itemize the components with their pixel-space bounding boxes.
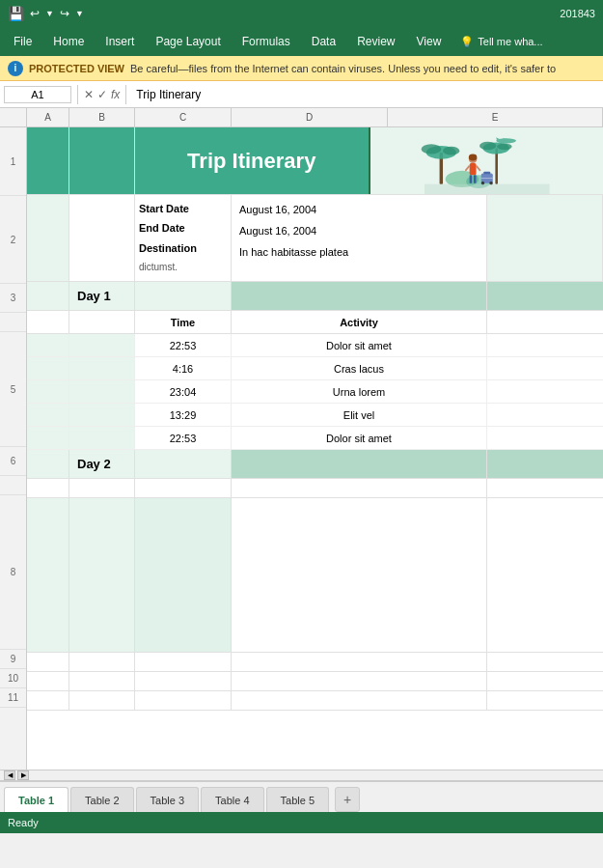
cancel-icon[interactable]: ✕ [84, 88, 94, 101]
row-num-5: 5 [0, 332, 26, 447]
day2-label: Day 2 [69, 450, 135, 478]
r10-d [232, 672, 487, 690]
r11-d [232, 691, 487, 710]
start-date-label: Start Date [135, 199, 231, 218]
eh-d [232, 479, 487, 497]
dr3-time: 23:04 [135, 380, 232, 403]
destination-value: In hac habitasse platea [232, 241, 486, 263]
tab-table1[interactable]: Table 1 [4, 787, 69, 812]
menu-page-layout[interactable]: Page Layout [146, 31, 230, 52]
menu-data[interactable]: Data [302, 31, 345, 52]
menu-insert[interactable]: Insert [96, 31, 144, 52]
menu-formulas[interactable]: Formulas [233, 31, 300, 52]
day1-header-row: Day 1 [27, 282, 603, 311]
svg-rect-27 [425, 184, 549, 194]
menu-view[interactable]: View [407, 31, 452, 52]
row-num-1: 1 [0, 127, 26, 196]
tab-table4[interactable]: Table 4 [201, 787, 263, 812]
title-col-b [69, 127, 135, 194]
le-a [27, 498, 69, 652]
dr5-time: 22:53 [135, 427, 232, 449]
info-row-container: Start Date End Date Destination dictumst… [27, 195, 603, 282]
confirm-icon[interactable]: ✓ [97, 88, 107, 101]
title-col-a [27, 127, 69, 194]
save-icon[interactable]: 💾 [8, 6, 24, 21]
row-num-2: 2 [0, 196, 26, 284]
th-col-e [487, 311, 603, 333]
data-row-1: 22:53 Dolor sit amet [27, 334, 603, 357]
r11-b [69, 691, 135, 710]
le-c [135, 498, 232, 652]
r9-d [232, 653, 487, 671]
extra-text: dictumst. [135, 258, 231, 277]
tell-me-label: Tell me wha... [478, 36, 542, 47]
protected-label: PROTECTED VIEW [29, 63, 124, 74]
status-bar: Ready [0, 812, 603, 833]
data-row-4: 13:29 Elit vel [27, 404, 603, 427]
tab-table3[interactable]: Table 3 [136, 787, 199, 812]
h-scrollbar: ◀ ▶ [0, 770, 603, 781]
svg-rect-23 [483, 172, 490, 175]
dr1-time: 22:53 [135, 334, 232, 356]
info-col-e [487, 195, 603, 281]
dr3-b [69, 380, 135, 403]
formula-divider2 [125, 85, 126, 104]
scroll-right[interactable]: ▶ [17, 770, 29, 780]
r10-b [69, 672, 135, 690]
col-e: E [388, 108, 603, 126]
row-num-7 [0, 476, 26, 495]
title-bar: 💾 ↩ ▼ ↪ ▼ 201843 [0, 0, 603, 27]
data-row-2: 4:16 Cras lacus [27, 357, 603, 380]
row-num-10: 10 [0, 669, 26, 688]
travel-svg [370, 127, 604, 194]
cell-reference[interactable] [4, 86, 71, 103]
info-icon: i [8, 61, 23, 76]
time-header: Time [135, 311, 232, 333]
undo-icon[interactable]: ↩ [30, 7, 40, 20]
protected-view-bar: i PROTECTED VIEW Be careful—files from t… [0, 56, 603, 81]
fx-icon[interactable]: fx [111, 88, 120, 101]
end-date-label: End Date [135, 218, 231, 238]
tab-table2[interactable]: Table 2 [70, 787, 133, 812]
sheet-content[interactable]: Trip Itinerary [27, 127, 603, 770]
formula-divider [77, 85, 78, 104]
tab-table5[interactable]: Table 5 [266, 787, 329, 812]
dr3-e [487, 380, 603, 403]
info-labels: Start Date End Date Destination dictumst… [135, 195, 232, 281]
empty-header-row [27, 479, 603, 498]
r10-a [27, 672, 69, 690]
eh-b [69, 479, 135, 497]
add-sheet-button[interactable]: + [335, 787, 360, 812]
tell-me-box[interactable]: 💡 Tell me wha... [452, 36, 550, 48]
undo-dropdown-icon[interactable]: ▼ [45, 9, 54, 18]
r11-a [27, 691, 69, 710]
dr2-b [69, 357, 135, 379]
menu-home[interactable]: Home [43, 31, 94, 52]
row-num-6: 6 [0, 447, 26, 476]
status-label: Ready [8, 817, 39, 828]
svg-point-8 [443, 147, 459, 155]
info-col-a [27, 195, 69, 281]
day2-header-row: Day 2 [27, 450, 603, 479]
more-icon[interactable]: ▼ [75, 9, 84, 18]
formula-bar: ✕ ✓ fx [0, 81, 603, 108]
eh-a [27, 479, 69, 497]
menu-file[interactable]: File [4, 31, 41, 52]
r9-a [27, 653, 69, 671]
day2-col-c [135, 450, 232, 478]
r11-c [135, 691, 232, 710]
large-empty-row [27, 498, 603, 653]
scroll-nav: ◀ ▶ [0, 770, 33, 780]
activity-header: Activity [232, 311, 487, 333]
dr2-e [487, 357, 603, 379]
menu-review[interactable]: Review [347, 31, 404, 52]
day2-col-a [27, 450, 69, 478]
redo-icon[interactable]: ↪ [60, 7, 69, 20]
row-num-9: 9 [0, 650, 26, 669]
dr2-a [27, 357, 69, 379]
formula-input[interactable] [132, 86, 599, 103]
title-cell[interactable]: Trip Itinerary [135, 127, 370, 194]
dr1-b [69, 334, 135, 356]
dr5-a [27, 427, 69, 449]
scroll-left[interactable]: ◀ [4, 770, 15, 780]
